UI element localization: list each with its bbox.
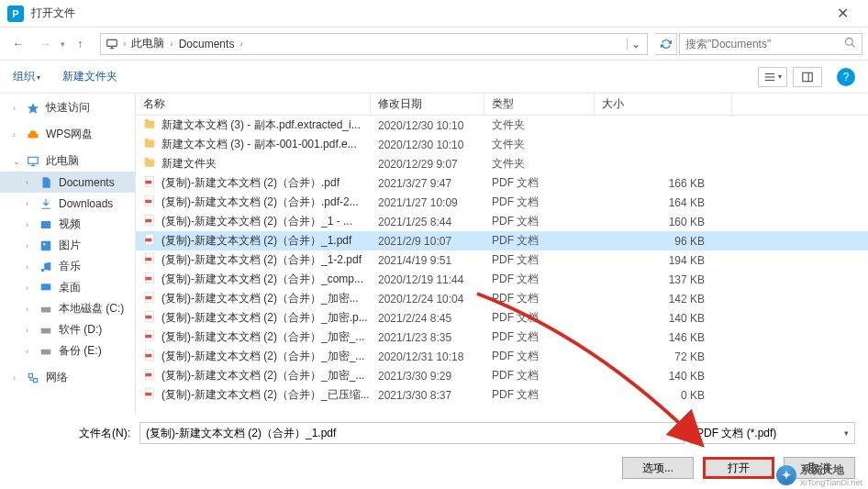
file-row[interactable]: 新建文件夹 2020/12/29 9:07 文件夹 bbox=[136, 154, 868, 173]
sidebar-item[interactable]: ›Downloads bbox=[0, 193, 135, 214]
view-mode-button[interactable]: ▾ bbox=[758, 67, 787, 87]
file-size: 194 KB bbox=[595, 254, 732, 267]
file-type: PDF 文档 bbox=[484, 310, 595, 326]
sidebar-item[interactable]: ⌄此电脑 bbox=[0, 150, 135, 172]
watermark: ✦ 系统天地 XiTongTianDi.net bbox=[776, 462, 862, 487]
sidebar-label: WPS网盘 bbox=[46, 127, 93, 142]
sidebar-item[interactable]: ›快速访问 bbox=[0, 97, 135, 118]
filename-input[interactable] bbox=[139, 422, 684, 444]
main-area: ›快速访问›WPS网盘⌄此电脑›Documents›Downloads›视频›图… bbox=[0, 94, 868, 415]
file-row[interactable]: (复制)-新建文本文档 (2)（合并）_加密_... 2020/12/31 10… bbox=[136, 347, 868, 366]
pdf-icon bbox=[143, 349, 156, 364]
file-date: 2020/12/30 10:10 bbox=[371, 139, 484, 151]
pdf-icon bbox=[143, 368, 156, 383]
titlebar: P 打开文件 ✕ bbox=[0, 0, 868, 28]
sidebar-item[interactable]: ›备份 (E:) bbox=[0, 340, 135, 361]
svg-rect-21 bbox=[41, 328, 51, 333]
window-title: 打开文件 bbox=[31, 6, 824, 21]
file-name: (复制)-新建文本文档 (2)（合并）_comp... bbox=[161, 272, 363, 287]
sidebar-label: 桌面 bbox=[59, 280, 81, 295]
file-row[interactable]: (复制)-新建文本文档 (2)（合并）_加密.p... 2021/2/24 8:… bbox=[136, 308, 868, 328]
pdf-icon bbox=[143, 252, 156, 268]
close-button[interactable]: ✕ bbox=[824, 0, 861, 28]
breadcrumb-item[interactable]: Documents bbox=[173, 34, 240, 54]
file-type-filter[interactable]: PDF 文档 (*.pdf) ▾ bbox=[690, 422, 855, 444]
sidebar-item[interactable]: ›视频 bbox=[0, 214, 135, 235]
toolbar: 组织 新建文件夹 ▾ ? bbox=[0, 61, 868, 94]
chevron-down-icon[interactable]: ▾ bbox=[674, 426, 679, 435]
file-name: (复制)-新建文本文档 (2)（合并）_已压缩... bbox=[161, 387, 370, 403]
disk-icon bbox=[39, 344, 53, 359]
file-row[interactable]: 新建文本文档 (3) - 副本-001-001.pdf.e... 2020/12… bbox=[136, 135, 868, 154]
sidebar: ›快速访问›WPS网盘⌄此电脑›Documents›Downloads›视频›图… bbox=[0, 94, 136, 415]
organize-menu[interactable]: 组织 bbox=[13, 69, 40, 84]
chevron-icon: › bbox=[26, 347, 33, 356]
file-name: (复制)-新建文本文档 (2)（合并）_加密_... bbox=[161, 349, 364, 364]
file-type: PDF 文档 bbox=[484, 214, 595, 229]
search-box[interactable] bbox=[679, 33, 862, 55]
address-bar[interactable]: › 此电脑 › Documents › ⌄ bbox=[100, 33, 648, 55]
file-row[interactable]: 新建文本文档 (3) - 副本.pdf.extracted_i... 2020/… bbox=[136, 116, 868, 135]
chevron-icon: › bbox=[26, 326, 33, 335]
sidebar-item[interactable]: ›软件 (D:) bbox=[0, 319, 135, 340]
file-date: 2021/2/9 10:07 bbox=[371, 235, 484, 248]
file-row[interactable]: (复制)-新建文本文档 (2)（合并）.pdf 2021/3/27 9:47 P… bbox=[136, 173, 868, 193]
file-row[interactable]: (复制)-新建文本文档 (2)（合并）_comp... 2020/12/19 1… bbox=[136, 270, 868, 289]
sidebar-item[interactable]: ›WPS网盘 bbox=[0, 124, 135, 145]
history-dropdown-icon[interactable]: ▾ bbox=[61, 39, 65, 49]
back-button[interactable]: ← bbox=[6, 31, 31, 57]
sidebar-item[interactable]: ›音乐 bbox=[0, 256, 135, 277]
forward-button[interactable]: → bbox=[33, 31, 59, 57]
new-folder-button[interactable]: 新建文件夹 bbox=[62, 69, 117, 84]
sidebar-item[interactable]: ›图片 bbox=[0, 235, 135, 256]
refresh-button[interactable] bbox=[655, 33, 677, 55]
file-row[interactable]: (复制)-新建文本文档 (2)（合并）_1 - ... 2021/1/25 8:… bbox=[136, 212, 868, 231]
file-row[interactable]: (复制)-新建文本文档 (2)（合并）_1.pdf 2021/2/9 10:07… bbox=[136, 231, 868, 250]
svg-rect-38 bbox=[145, 277, 151, 281]
file-date: 2021/1/25 8:44 bbox=[371, 216, 484, 228]
file-row[interactable]: (复制)-新建文本文档 (2)（合并）_1-2.pdf 2021/4/19 9:… bbox=[136, 250, 868, 270]
file-type: PDF 文档 bbox=[484, 349, 595, 364]
search-input[interactable] bbox=[685, 38, 844, 50]
chevron-icon: › bbox=[13, 104, 20, 113]
file-name: 新建文件夹 bbox=[161, 156, 217, 172]
breadcrumb-item[interactable]: 此电脑 bbox=[126, 34, 170, 54]
file-row[interactable]: (复制)-新建文本文档 (2)（合并）_加密... 2020/12/24 10:… bbox=[136, 289, 868, 308]
options-button[interactable]: 选项... bbox=[622, 457, 694, 479]
folder-icon bbox=[143, 117, 156, 133]
col-size[interactable]: 大小 bbox=[595, 94, 732, 115]
file-row[interactable]: (复制)-新建文本文档 (2)（合并）_加密_... 2021/1/23 8:3… bbox=[136, 328, 868, 347]
pdf-icon bbox=[143, 329, 156, 345]
file-row[interactable]: (复制)-新建文本文档 (2)（合并）_已压缩... 2021/3/30 8:3… bbox=[136, 385, 868, 405]
file-date: 2021/2/24 8:45 bbox=[371, 312, 484, 325]
up-button[interactable]: ↑ bbox=[67, 31, 93, 57]
disk-icon bbox=[39, 323, 53, 338]
file-type: PDF 文档 bbox=[484, 329, 595, 345]
pic-icon bbox=[39, 239, 53, 253]
sidebar-item[interactable]: ›网络 bbox=[0, 367, 135, 388]
file-name: (复制)-新建文本文档 (2)（合并）_加密_... bbox=[161, 368, 364, 383]
sidebar-item[interactable]: ›本地磁盘 (C:) bbox=[0, 298, 135, 319]
svg-rect-19 bbox=[41, 283, 51, 290]
chevron-down-icon: ▾ bbox=[844, 428, 849, 438]
open-button[interactable]: 打开 bbox=[703, 457, 774, 479]
file-type: PDF 文档 bbox=[484, 368, 595, 383]
file-size: 137 KB bbox=[595, 273, 732, 286]
chevron-icon: › bbox=[26, 262, 33, 272]
sidebar-item[interactable]: ›Documents bbox=[0, 172, 135, 193]
col-date[interactable]: 修改日期 bbox=[371, 94, 484, 115]
help-button[interactable]: ? bbox=[837, 68, 855, 86]
sidebar-label: 备份 (E:) bbox=[59, 343, 102, 359]
col-name[interactable]: 名称 bbox=[136, 94, 371, 115]
address-dropdown-icon[interactable]: ⌄ bbox=[627, 38, 643, 50]
pdf-icon bbox=[143, 175, 156, 191]
svg-rect-32 bbox=[145, 219, 151, 223]
svg-rect-42 bbox=[145, 316, 151, 319]
svg-rect-46 bbox=[145, 354, 151, 358]
chevron-icon: › bbox=[13, 130, 20, 139]
col-type[interactable]: 类型 bbox=[484, 94, 595, 115]
file-row[interactable]: (复制)-新建文本文档 (2)（合并）.pdf-2... 2021/1/27 1… bbox=[136, 193, 868, 212]
preview-pane-button[interactable] bbox=[793, 67, 822, 87]
sidebar-item[interactable]: ›桌面 bbox=[0, 277, 135, 298]
file-row[interactable]: (复制)-新建文本文档 (2)（合并）_加密_... 2021/3/30 9:2… bbox=[136, 366, 868, 385]
